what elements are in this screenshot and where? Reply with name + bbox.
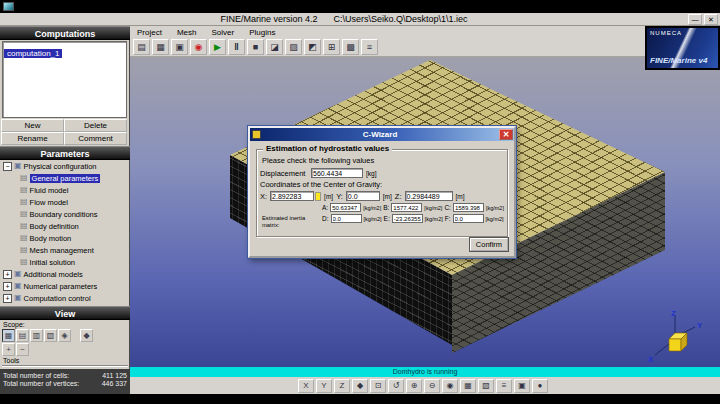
table-button[interactable]: ≡	[361, 39, 378, 55]
inertia-d-field[interactable]	[331, 214, 362, 223]
scope-edges-button[interactable]: ▥	[30, 329, 43, 342]
inertia-a-field[interactable]	[330, 203, 361, 212]
displacement-unit: [kg]	[366, 170, 376, 177]
cut-plane-button[interactable]: ◪	[266, 39, 283, 55]
close-button[interactable]: ✕	[704, 14, 718, 25]
tree-item-flow-model[interactable]: ▤ Flow model	[0, 196, 130, 208]
tree-item-additional-models[interactable]: + ▣ Additional models	[0, 268, 130, 280]
inertia-f-unit: [kg/m2]	[486, 216, 504, 222]
menu-project[interactable]: Project	[137, 28, 162, 37]
open-project-button[interactable]: ▦	[152, 39, 169, 55]
scope-faces-icon: ▤	[19, 331, 27, 340]
scope-add-button[interactable]: +	[2, 343, 15, 356]
tree-item-computation-control[interactable]: + ▣ Computation control	[0, 292, 130, 304]
computations-list[interactable]: computation_1	[2, 41, 127, 118]
scope-shells-button[interactable]: ▧	[44, 329, 57, 342]
inertia-f-field[interactable]	[453, 214, 484, 223]
list-view-button[interactable]: ≡	[496, 379, 512, 393]
zoom-out-button[interactable]: ⊖	[424, 379, 440, 393]
scope-faces-button[interactable]: ▤	[16, 329, 29, 342]
tree-item-physical-configuration[interactable]: − ▣ Physical configuration	[0, 160, 130, 172]
zoom-in-button[interactable]: ⊕	[406, 379, 422, 393]
cog-z-field[interactable]	[405, 191, 453, 201]
solver-status-bar: Domhydro is running	[130, 367, 720, 377]
fit-view-button[interactable]: ⊡	[370, 379, 386, 393]
grid-button[interactable]: ▩	[342, 39, 359, 55]
open-folder-icon: ▦	[156, 42, 165, 52]
delete-computation-button[interactable]: Delete	[64, 119, 127, 132]
cog-y-field[interactable]	[346, 191, 380, 201]
tree-item-initial-solution[interactable]: ▤ Initial solution	[0, 256, 130, 268]
group-title: Estimation of hydrostatic values	[263, 144, 392, 153]
inertia-c-unit: [kg/m2]	[486, 205, 504, 211]
stop-computation-button[interactable]: ■	[247, 39, 264, 55]
cog-y-label: Y:	[336, 192, 343, 201]
grid-toggle-button[interactable]: ▦	[460, 379, 476, 393]
plot-icon: ◩	[308, 42, 317, 52]
scope-volume-icon: ◈	[61, 331, 67, 340]
snapshot-button[interactable]: ▣	[514, 379, 530, 393]
rename-computation-button[interactable]: Rename	[1, 132, 64, 145]
tree-item-mesh-management[interactable]: ▤ Mesh management	[0, 244, 130, 256]
minimize-button[interactable]: —	[688, 14, 702, 25]
tree-item-fluid-model[interactable]: ▤ Fluid model	[0, 184, 130, 196]
shade-toggle-button[interactable]: ▧	[478, 379, 494, 393]
top-system-bar	[0, 0, 720, 13]
window-file-path: C:\Users\Seiko.Q\Desktop\1\1.iec	[333, 14, 467, 24]
save-project-button[interactable]: ▣	[171, 39, 188, 55]
window-title-bar[interactable]: FINE/Marine version 4.2 C:\Users\Seiko.Q…	[0, 13, 720, 26]
center-view-button[interactable]: ◉	[442, 379, 458, 393]
tree-item-label: Physical configuration	[24, 162, 97, 171]
tree-item-body-motion[interactable]: ▤ Body motion	[0, 232, 130, 244]
mesh-view-icon: ▨	[289, 42, 298, 52]
view-z-button[interactable]: Z	[334, 379, 350, 393]
scope-volume-button[interactable]: ◈	[58, 329, 71, 342]
tree-item-general-parameters[interactable]: ▤ General parameters	[0, 172, 130, 184]
menu-plugins[interactable]: Plugins	[249, 28, 275, 37]
view-x-button[interactable]: X	[298, 379, 314, 393]
center-view-icon: ◉	[447, 381, 454, 390]
start-computation-button[interactable]: ▶	[209, 39, 226, 55]
inertia-c-field[interactable]	[453, 203, 484, 212]
scope-diamond-button[interactable]: ◆	[80, 329, 93, 342]
new-document-button[interactable]: ▤	[133, 39, 150, 55]
tree-item-body-definition[interactable]: ▤ Body definition	[0, 220, 130, 232]
expand-icon[interactable]: +	[3, 282, 12, 291]
comment-computation-button[interactable]: Comment	[64, 132, 127, 145]
probe-button[interactable]: ⊞	[323, 39, 340, 55]
rotate-view-icon: ↺	[393, 381, 400, 390]
displacement-field[interactable]	[311, 168, 363, 178]
pause-computation-button[interactable]: ‖	[228, 39, 245, 55]
collapse-icon[interactable]: −	[3, 162, 12, 171]
expand-icon[interactable]: +	[3, 294, 12, 303]
tree-item-numerical-parameters[interactable]: + ▣ Numerical parameters	[0, 280, 130, 292]
plot-button[interactable]: ◩	[304, 39, 321, 55]
menu-mesh[interactable]: Mesh	[177, 28, 197, 37]
dialog-title-bar[interactable]: C-Wizard ✕	[250, 128, 514, 141]
confirm-button[interactable]: Confirm	[470, 238, 508, 251]
brand-name: NUMECA	[650, 30, 682, 36]
point-probe-button[interactable]: ●	[532, 379, 548, 393]
live-update-button[interactable]: ◉	[190, 39, 207, 55]
computation-list-item[interactable]: computation_1	[4, 49, 62, 58]
expand-icon[interactable]: +	[3, 270, 12, 279]
rotate-view-button[interactable]: ↺	[388, 379, 404, 393]
menu-solver[interactable]: Solver	[211, 28, 234, 37]
cog-x-label: X:	[260, 192, 267, 201]
numeca-logo: NUMECA FINE/Marine v4	[647, 28, 718, 68]
inertia-e-field[interactable]	[392, 214, 423, 223]
cog-x-field[interactable]	[270, 191, 314, 201]
dialog-close-button[interactable]: ✕	[499, 129, 513, 140]
new-computation-button[interactable]: New	[1, 119, 64, 132]
tree-item-boundary-conditions[interactable]: ▤ Boundary conditions	[0, 208, 130, 220]
inertia-b-field[interactable]	[391, 203, 422, 212]
mesh-view-button[interactable]: ▨	[285, 39, 302, 55]
cells-count-label: Total number of cells:	[3, 372, 69, 379]
folder-icon: ▣	[14, 162, 22, 170]
scope-remove-button[interactable]: −	[16, 343, 29, 356]
iso-view-button[interactable]: ◆	[352, 379, 368, 393]
window-controls: — ✕	[688, 14, 718, 25]
scope-cells-button[interactable]: ▦	[2, 329, 15, 342]
inertia-a-unit: [kg/m2]	[363, 205, 381, 211]
view-y-button[interactable]: Y	[316, 379, 332, 393]
